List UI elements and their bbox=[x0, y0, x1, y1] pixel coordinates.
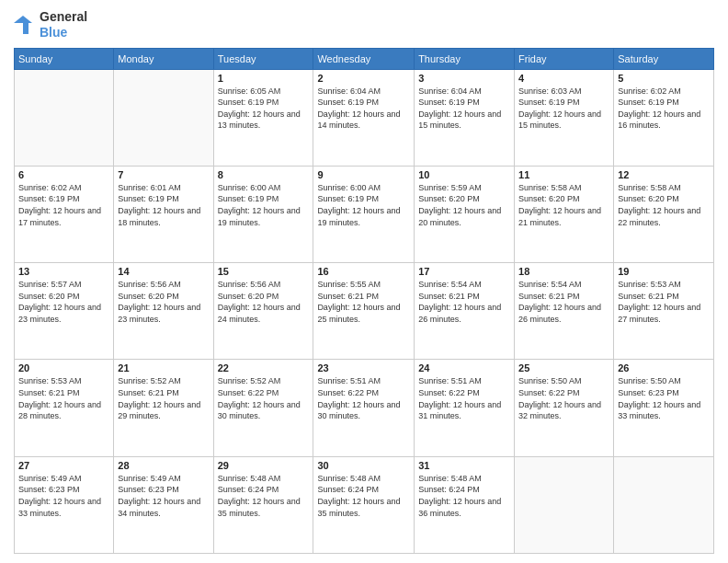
svg-marker-0 bbox=[14, 16, 32, 34]
day-header-monday: Monday bbox=[114, 48, 213, 69]
day-info: Sunrise: 5:48 AM Sunset: 6:24 PM Dayligh… bbox=[418, 473, 510, 519]
calendar-cell: 16Sunrise: 5:55 AM Sunset: 6:21 PM Dayli… bbox=[313, 263, 415, 360]
calendar-cell: 3Sunrise: 6:04 AM Sunset: 6:19 PM Daylig… bbox=[415, 69, 515, 166]
calendar-cell: 1Sunrise: 6:05 AM Sunset: 6:19 PM Daylig… bbox=[213, 69, 313, 166]
calendar-table: SundayMondayTuesdayWednesdayThursdayFrid… bbox=[14, 48, 714, 554]
day-number: 29 bbox=[218, 460, 310, 471]
day-info: Sunrise: 5:54 AM Sunset: 6:21 PM Dayligh… bbox=[518, 279, 609, 325]
day-info: Sunrise: 5:52 AM Sunset: 6:21 PM Dayligh… bbox=[118, 375, 209, 421]
day-number: 6 bbox=[18, 169, 109, 180]
calendar-cell bbox=[614, 456, 714, 553]
day-info: Sunrise: 5:50 AM Sunset: 6:23 PM Dayligh… bbox=[618, 375, 710, 421]
calendar-week-2: 6Sunrise: 6:02 AM Sunset: 6:19 PM Daylig… bbox=[15, 166, 714, 262]
calendar-cell: 28Sunrise: 5:49 AM Sunset: 6:23 PM Dayli… bbox=[114, 456, 213, 553]
day-info: Sunrise: 6:02 AM Sunset: 6:19 PM Dayligh… bbox=[618, 86, 710, 132]
day-info: Sunrise: 6:05 AM Sunset: 6:19 PM Dayligh… bbox=[218, 86, 310, 132]
day-info: Sunrise: 5:48 AM Sunset: 6:24 PM Dayligh… bbox=[317, 473, 410, 519]
day-info: Sunrise: 5:53 AM Sunset: 6:21 PM Dayligh… bbox=[618, 279, 710, 325]
calendar-cell: 18Sunrise: 5:54 AM Sunset: 6:21 PM Dayli… bbox=[515, 263, 614, 360]
calendar-cell: 19Sunrise: 5:53 AM Sunset: 6:21 PM Dayli… bbox=[614, 263, 714, 360]
day-number: 27 bbox=[18, 460, 109, 471]
day-number: 21 bbox=[118, 362, 209, 373]
calendar-cell: 5Sunrise: 6:02 AM Sunset: 6:19 PM Daylig… bbox=[614, 69, 714, 166]
calendar-cell: 12Sunrise: 5:58 AM Sunset: 6:20 PM Dayli… bbox=[614, 166, 714, 262]
day-number: 10 bbox=[418, 169, 510, 180]
day-number: 22 bbox=[218, 362, 310, 373]
day-info: Sunrise: 5:49 AM Sunset: 6:23 PM Dayligh… bbox=[118, 473, 209, 519]
calendar-cell: 7Sunrise: 6:01 AM Sunset: 6:19 PM Daylig… bbox=[114, 166, 213, 262]
calendar-cell: 13Sunrise: 5:57 AM Sunset: 6:20 PM Dayli… bbox=[15, 263, 114, 360]
day-number: 14 bbox=[118, 266, 209, 277]
day-number: 23 bbox=[317, 362, 410, 373]
calendar-cell: 27Sunrise: 5:49 AM Sunset: 6:23 PM Dayli… bbox=[15, 456, 114, 553]
day-info: Sunrise: 5:59 AM Sunset: 6:20 PM Dayligh… bbox=[418, 182, 510, 228]
calendar-cell bbox=[114, 69, 213, 166]
calendar-cell: 2Sunrise: 6:04 AM Sunset: 6:19 PM Daylig… bbox=[313, 69, 415, 166]
day-info: Sunrise: 5:55 AM Sunset: 6:21 PM Dayligh… bbox=[317, 279, 410, 325]
day-info: Sunrise: 6:00 AM Sunset: 6:19 PM Dayligh… bbox=[317, 182, 410, 228]
day-number: 30 bbox=[317, 460, 410, 471]
day-number: 31 bbox=[418, 460, 510, 471]
calendar-cell: 25Sunrise: 5:50 AM Sunset: 6:22 PM Dayli… bbox=[515, 360, 614, 456]
day-header-thursday: Thursday bbox=[415, 48, 515, 69]
day-info: Sunrise: 5:56 AM Sunset: 6:20 PM Dayligh… bbox=[118, 279, 209, 325]
day-number: 15 bbox=[218, 266, 310, 277]
day-number: 24 bbox=[418, 362, 510, 373]
day-number: 13 bbox=[18, 266, 109, 277]
day-info: Sunrise: 5:52 AM Sunset: 6:22 PM Dayligh… bbox=[218, 375, 310, 421]
logo-general-text: General bbox=[40, 9, 87, 25]
calendar-cell bbox=[515, 456, 614, 553]
day-info: Sunrise: 5:54 AM Sunset: 6:21 PM Dayligh… bbox=[418, 279, 510, 325]
day-number: 25 bbox=[518, 362, 609, 373]
day-number: 5 bbox=[618, 73, 710, 84]
day-info: Sunrise: 5:50 AM Sunset: 6:22 PM Dayligh… bbox=[518, 375, 609, 421]
day-number: 2 bbox=[317, 73, 410, 84]
day-number: 1 bbox=[218, 73, 310, 84]
calendar-cell: 10Sunrise: 5:59 AM Sunset: 6:20 PM Dayli… bbox=[415, 166, 515, 262]
day-info: Sunrise: 5:51 AM Sunset: 6:22 PM Dayligh… bbox=[317, 375, 410, 421]
day-number: 19 bbox=[618, 266, 710, 277]
day-header-friday: Friday bbox=[515, 48, 614, 69]
calendar-cell: 11Sunrise: 5:58 AM Sunset: 6:20 PM Dayli… bbox=[515, 166, 614, 262]
day-number: 17 bbox=[418, 266, 510, 277]
day-info: Sunrise: 5:58 AM Sunset: 6:20 PM Dayligh… bbox=[518, 182, 609, 228]
day-header-saturday: Saturday bbox=[614, 48, 714, 69]
day-header-tuesday: Tuesday bbox=[213, 48, 313, 69]
calendar-cell bbox=[15, 69, 114, 166]
calendar-cell: 6Sunrise: 6:02 AM Sunset: 6:19 PM Daylig… bbox=[15, 166, 114, 262]
day-info: Sunrise: 6:04 AM Sunset: 6:19 PM Dayligh… bbox=[418, 86, 510, 132]
day-number: 20 bbox=[18, 362, 109, 373]
calendar-cell: 8Sunrise: 6:00 AM Sunset: 6:19 PM Daylig… bbox=[213, 166, 313, 262]
day-info: Sunrise: 6:01 AM Sunset: 6:19 PM Dayligh… bbox=[118, 182, 209, 228]
calendar-week-3: 13Sunrise: 5:57 AM Sunset: 6:20 PM Dayli… bbox=[15, 263, 714, 360]
calendar-week-4: 20Sunrise: 5:53 AM Sunset: 6:21 PM Dayli… bbox=[15, 360, 714, 456]
day-info: Sunrise: 5:58 AM Sunset: 6:20 PM Dayligh… bbox=[618, 182, 710, 228]
calendar-cell: 21Sunrise: 5:52 AM Sunset: 6:21 PM Dayli… bbox=[114, 360, 213, 456]
day-number: 26 bbox=[618, 362, 710, 373]
logo-bird-icon bbox=[14, 16, 32, 34]
day-number: 8 bbox=[218, 169, 310, 180]
day-number: 16 bbox=[317, 266, 410, 277]
calendar-cell: 14Sunrise: 5:56 AM Sunset: 6:20 PM Dayli… bbox=[114, 263, 213, 360]
day-number: 9 bbox=[317, 169, 410, 180]
day-number: 3 bbox=[418, 73, 510, 84]
day-info: Sunrise: 5:51 AM Sunset: 6:22 PM Dayligh… bbox=[418, 375, 510, 421]
day-info: Sunrise: 6:00 AM Sunset: 6:19 PM Dayligh… bbox=[218, 182, 310, 228]
calendar-cell: 26Sunrise: 5:50 AM Sunset: 6:23 PM Dayli… bbox=[614, 360, 714, 456]
day-info: Sunrise: 5:48 AM Sunset: 6:24 PM Dayligh… bbox=[218, 473, 310, 519]
calendar-week-1: 1Sunrise: 6:05 AM Sunset: 6:19 PM Daylig… bbox=[15, 69, 714, 166]
calendar-cell: 29Sunrise: 5:48 AM Sunset: 6:24 PM Dayli… bbox=[213, 456, 313, 553]
day-info: Sunrise: 5:49 AM Sunset: 6:23 PM Dayligh… bbox=[18, 473, 109, 519]
day-number: 12 bbox=[618, 169, 710, 180]
calendar-cell: 4Sunrise: 6:03 AM Sunset: 6:19 PM Daylig… bbox=[515, 69, 614, 166]
day-header-wednesday: Wednesday bbox=[313, 48, 415, 69]
day-info: Sunrise: 5:56 AM Sunset: 6:20 PM Dayligh… bbox=[218, 279, 310, 325]
header: General Blue bbox=[14, 9, 714, 40]
calendar-cell: 30Sunrise: 5:48 AM Sunset: 6:24 PM Dayli… bbox=[313, 456, 415, 553]
day-info: Sunrise: 6:04 AM Sunset: 6:19 PM Dayligh… bbox=[317, 86, 410, 132]
calendar-cell: 23Sunrise: 5:51 AM Sunset: 6:22 PM Dayli… bbox=[313, 360, 415, 456]
page: General Blue SundayMondayTuesdayWednesda… bbox=[0, 0, 728, 563]
day-info: Sunrise: 6:03 AM Sunset: 6:19 PM Dayligh… bbox=[518, 86, 609, 132]
calendar-cell: 22Sunrise: 5:52 AM Sunset: 6:22 PM Dayli… bbox=[213, 360, 313, 456]
day-number: 7 bbox=[118, 169, 209, 180]
